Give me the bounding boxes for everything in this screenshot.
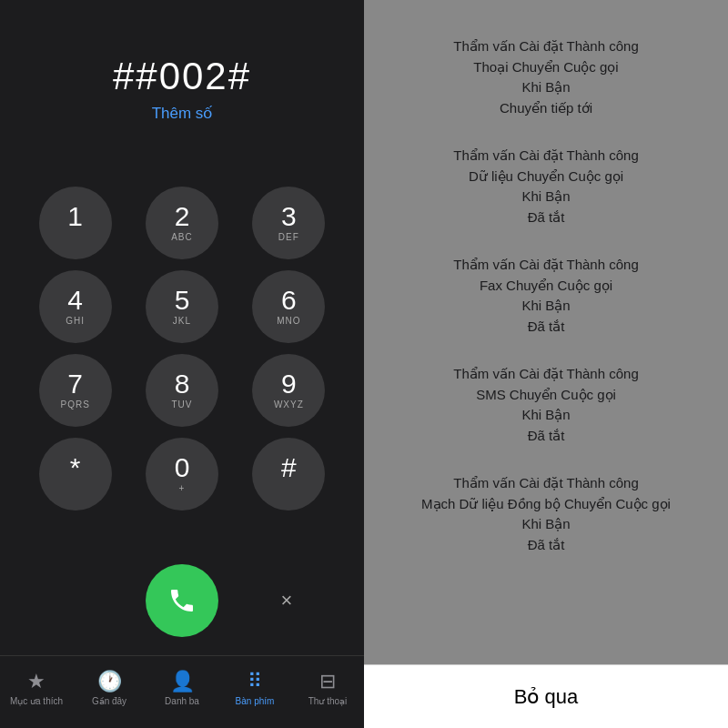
nav-icon-1: 🕐 bbox=[97, 670, 122, 693]
result-line-4-1: Mạch Dữ liệu Đồng bộ Chuyển Cuộc gọi bbox=[391, 494, 701, 515]
key-button-6[interactable]: 6MNO bbox=[252, 270, 325, 343]
nav-item-0[interactable]: ★Mục ưa thích bbox=[9, 670, 64, 706]
result-line-3-1: SMS Chuyển Cuộc gọi bbox=[391, 385, 701, 406]
result-line-2-0: Thẩm vấn Cài đặt Thành công bbox=[391, 255, 701, 276]
phone-icon bbox=[167, 586, 197, 615]
key-button-7[interactable]: 7PQRS bbox=[39, 354, 112, 427]
result-line-4-2: Khi Bận bbox=[391, 514, 701, 535]
result-line-1-3: Đã tắt bbox=[391, 207, 701, 228]
key-sub-1: ABC bbox=[171, 232, 193, 243]
key-main-10: 0 bbox=[175, 454, 190, 481]
key-main-3: 4 bbox=[67, 287, 83, 314]
key-main-2: 3 bbox=[281, 203, 297, 230]
result-line-3-3: Đã tắt bbox=[391, 426, 701, 447]
key-button-1[interactable]: 1 bbox=[39, 187, 112, 259]
nav-item-4[interactable]: ⊟Thư thoại bbox=[300, 670, 355, 706]
bottom-nav: ★Mục ưa thích🕐Gần đây👤Danh ba⠿Bàn phím⊟T… bbox=[0, 655, 364, 728]
result-content: Thẩm vấn Cài đặt Thành côngThoại Chuyển … bbox=[364, 0, 728, 664]
result-line-1-0: Thẩm vấn Cài đặt Thành công bbox=[391, 146, 701, 167]
nav-label-2: Danh ba bbox=[165, 696, 199, 706]
key-sub-6: PQRS bbox=[60, 399, 89, 410]
dismiss-button[interactable]: Bỏ qua bbox=[364, 664, 728, 728]
result-line-0-0: Thẩm vấn Cài đặt Thành công bbox=[391, 36, 701, 57]
result-line-4-0: Thẩm vấn Cài đặt Thành công bbox=[391, 473, 701, 494]
key-sub-5: MNO bbox=[277, 316, 300, 327]
key-sub-4: JKL bbox=[173, 316, 191, 327]
result-group-2: Thẩm vấn Cài đặt Thành côngFax Chuyển Cu… bbox=[391, 255, 701, 337]
result-line-3-2: Khi Bận bbox=[391, 405, 701, 426]
result-line-2-2: Khi Bận bbox=[391, 296, 701, 317]
result-line-1-1: Dữ liệu Chuyển Cuộc gọi bbox=[391, 167, 701, 187]
delete-icon: × bbox=[281, 589, 293, 612]
key-main-4: 5 bbox=[175, 287, 190, 314]
nav-label-3: Bàn phím bbox=[236, 696, 275, 706]
key-sub-8: WXYZ bbox=[274, 399, 304, 410]
dismiss-label: Bỏ qua bbox=[514, 685, 579, 709]
key-button-3[interactable]: 3DEF bbox=[252, 187, 325, 259]
key-button-4[interactable]: 4GHI bbox=[39, 270, 112, 343]
result-group-1: Thẩm vấn Cài đặt Thành côngDữ liệu Chuyể… bbox=[391, 146, 701, 228]
result-line-0-3: Chuyển tiếp tới bbox=[391, 98, 701, 119]
delete-button[interactable]: × bbox=[264, 578, 309, 623]
nav-label-1: Gần đây bbox=[92, 696, 126, 706]
key-main-0: 1 bbox=[67, 203, 83, 230]
key-main-5: 6 bbox=[281, 287, 297, 314]
key-button-9[interactable]: 9WXYZ bbox=[252, 354, 325, 427]
nav-icon-3: ⠿ bbox=[248, 670, 262, 693]
key-main-8: 9 bbox=[281, 370, 297, 398]
result-group-4: Thẩm vấn Cài đặt Thành côngMạch Dữ liệu … bbox=[391, 473, 701, 555]
nav-item-3[interactable]: ⠿Bàn phím bbox=[228, 670, 282, 706]
dialer-number: ##002# bbox=[0, 55, 364, 98]
key-sub-3: GHI bbox=[66, 316, 85, 327]
result-line-4-3: Đã tắt bbox=[391, 535, 701, 556]
key-sub-2: DEF bbox=[278, 232, 299, 243]
key-button-8[interactable]: 8TUV bbox=[146, 354, 218, 427]
nav-icon-0: ★ bbox=[27, 670, 46, 693]
dialer-display: ##002# Thêm số bbox=[0, 0, 364, 132]
result-line-0-1: Thoại Chuyển Cuộc gọi bbox=[391, 57, 701, 78]
key-main-11: # bbox=[281, 454, 297, 481]
keypad: 12ABC3DEF4GHI5JKL6MNO7PQRS8TUV9WXYZ*0+# bbox=[0, 132, 364, 564]
nav-label-4: Thư thoại bbox=[308, 696, 348, 706]
key-main-1: 2 bbox=[175, 203, 190, 230]
key-button-*[interactable]: * bbox=[39, 438, 112, 511]
result-group-0: Thẩm vấn Cài đặt Thành côngThoại Chuyển … bbox=[391, 36, 701, 118]
result-line-1-2: Khi Bận bbox=[391, 187, 701, 207]
result-group-3: Thẩm vấn Cài đặt Thành côngSMS Chuyển Cu… bbox=[391, 364, 701, 446]
dialer-panel: ##002# Thêm số 12ABC3DEF4GHI5JKL6MNO7PQR… bbox=[0, 0, 364, 728]
result-line-3-0: Thẩm vấn Cài đặt Thành công bbox=[391, 364, 701, 385]
key-main-7: 8 bbox=[175, 370, 190, 398]
key-sub-7: TUV bbox=[171, 399, 192, 410]
result-panel: Thẩm vấn Cài đặt Thành côngThoại Chuyển … bbox=[364, 0, 728, 728]
call-button[interactable] bbox=[146, 564, 218, 637]
key-button-5[interactable]: 5JKL bbox=[146, 270, 218, 343]
key-button-2[interactable]: 2ABC bbox=[146, 187, 218, 259]
dialer-actions: × bbox=[0, 564, 364, 655]
key-main-6: 7 bbox=[67, 370, 83, 398]
result-line-2-3: Đã tắt bbox=[391, 317, 701, 338]
add-number-button[interactable]: Thêm số bbox=[0, 104, 364, 123]
nav-icon-2: 👤 bbox=[170, 670, 195, 693]
result-line-0-2: Khi Bận bbox=[391, 77, 701, 98]
nav-item-2[interactable]: 👤Danh ba bbox=[155, 670, 209, 706]
key-button-#[interactable]: # bbox=[252, 438, 325, 511]
nav-item-1[interactable]: 🕐Gần đây bbox=[82, 670, 136, 706]
key-button-0[interactable]: 0+ bbox=[146, 438, 218, 511]
nav-icon-4: ⊟ bbox=[319, 670, 336, 693]
nav-label-0: Mục ưa thích bbox=[10, 696, 63, 706]
result-line-2-1: Fax Chuyển Cuộc gọi bbox=[391, 276, 701, 297]
key-main-9: * bbox=[70, 454, 81, 481]
key-sub-10: + bbox=[179, 483, 186, 494]
